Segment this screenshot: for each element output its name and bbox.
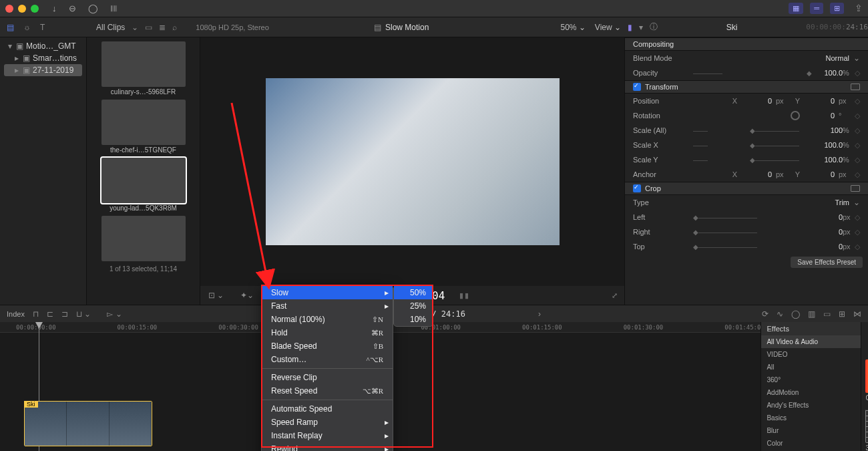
minimize-window-button[interactable]: [18, 5, 26, 13]
retime-reverse[interactable]: Reverse Clip: [262, 371, 393, 384]
select-tool-icon[interactable]: ▻ ⌄: [107, 309, 122, 319]
background-tasks-icon[interactable]: ◯: [88, 3, 98, 14]
close-window-button[interactable]: [5, 5, 13, 13]
photos-icon[interactable]: ☼: [23, 23, 31, 32]
effect-item[interactable]: 3D Axis: [865, 410, 868, 451]
viewer-canvas[interactable]: [200, 37, 624, 286]
crop-type-row[interactable]: Type Trim⌄: [625, 195, 868, 210]
retime-rewind[interactable]: Rewind▸: [262, 442, 393, 451]
effects-category[interactable]: Blur: [761, 424, 861, 437]
keyword-icon[interactable]: ⊖: [69, 3, 76, 14]
crop-tool-icon[interactable]: ⊡ ⌄: [208, 291, 224, 300]
transform-header[interactable]: Transform: [625, 80, 868, 94]
fullscreen-window-button[interactable]: [31, 5, 39, 13]
effects-category[interactable]: All Video & Audio: [761, 335, 861, 348]
scale-all-row[interactable]: Scale (All) ――◆―――――― 100%◇: [625, 123, 868, 138]
effects-category[interactable]: Andy's Effects: [761, 399, 861, 412]
import-icon[interactable]: ↓: [52, 3, 57, 14]
format-label: 1080p HD 25p, Stereo: [196, 23, 268, 31]
crop-top-row[interactable]: Top ◆―――――――― 0px◇: [625, 239, 868, 254]
compositing-header[interactable]: Compositing: [625, 37, 868, 51]
timeline-search-icon[interactable]: ⋈: [853, 309, 861, 319]
media-icon[interactable]: ⦀⦀: [110, 3, 117, 14]
browser-clip-thumb[interactable]: culinary-s…-5968LFR: [101, 41, 186, 96]
titles-icon[interactable]: T: [40, 23, 45, 32]
retime-auto[interactable]: Automatic Speed: [262, 402, 393, 416]
slow-25[interactable]: 25%: [394, 299, 433, 313]
arrange-button-1[interactable]: ▦: [789, 3, 803, 14]
scale-y-row[interactable]: Scale Y ――◆―――――― 100.0%◇: [625, 152, 868, 167]
arrange-button-3[interactable]: ⊞: [830, 3, 844, 14]
audio-inspector-icon[interactable]: ▾: [639, 23, 643, 32]
video-preview: [266, 78, 560, 245]
crop-left-row[interactable]: Left ◆―――――――― 0px◇: [625, 210, 868, 224]
effects-category[interactable]: All: [761, 361, 861, 373]
retime-normal[interactable]: Normal (100%)⇧N: [262, 313, 393, 326]
crop-onscreen-icon[interactable]: [851, 185, 860, 192]
transform-checkbox[interactable]: [633, 83, 641, 91]
connect-clip-icon[interactable]: ⊓: [33, 309, 39, 319]
crop-checkbox[interactable]: [633, 184, 641, 192]
solo-icon[interactable]: ◯: [791, 309, 800, 319]
fullscreen-viewer-icon[interactable]: ⤢: [612, 291, 618, 300]
arrange-button-2[interactable]: ═: [810, 3, 823, 14]
clips-filter-dropdown[interactable]: All Clips: [96, 23, 125, 32]
browser-clip-thumb[interactable]: the-chef-i…5TGNEQF: [101, 100, 186, 154]
overwrite-clip-icon[interactable]: ⊔ ⌄: [76, 309, 91, 319]
library-item[interactable]: ▸▣Smar…tions: [4, 52, 82, 64]
library-icon[interactable]: ▤: [7, 23, 14, 32]
anchor-row[interactable]: Anchor X0px Y0px◇: [625, 167, 868, 182]
retime-reset[interactable]: Reset Speed⌥⌘R: [262, 384, 393, 398]
search-icon[interactable]: ⌕: [172, 23, 177, 32]
viewer-view-dropdown[interactable]: View ⌄: [595, 23, 621, 32]
append-clip-icon[interactable]: ⊐: [61, 309, 68, 319]
retime-hold[interactable]: Hold⌘R: [262, 326, 393, 339]
timeline-area: 00:00:00:0000:00:15:0000:00:30:0000:00:4…: [0, 322, 868, 451]
inspector-clip-name: Ski: [664, 23, 799, 32]
retime-custom[interactable]: Custom…^⌥R: [262, 353, 393, 366]
share-icon[interactable]: ⇪: [855, 3, 863, 14]
browser-clip-thumb[interactable]: [101, 216, 186, 263]
lane-icon[interactable]: ▭: [823, 309, 831, 319]
timeline-clip-ski[interactable]: Ski: [24, 401, 152, 446]
effect-item[interactable]: Color Board: [865, 359, 868, 402]
effects-category[interactable]: VIDEO: [761, 348, 861, 361]
audio-skim-icon[interactable]: ∿: [777, 309, 783, 319]
video-inspector-icon[interactable]: ▮: [628, 23, 632, 32]
retime-fast[interactable]: Fast▸: [262, 299, 393, 313]
filmstrip-icon[interactable]: ▭: [145, 23, 152, 32]
retime-blade[interactable]: Blade Speed⇧B: [262, 339, 393, 353]
library-item[interactable]: ▾▣Motio…_GMT: [4, 40, 82, 52]
retime-instant[interactable]: Instant Replay▸: [262, 429, 393, 442]
audio-meter: ▮▮: [459, 291, 470, 300]
slow-50[interactable]: 50%: [394, 286, 433, 299]
effects-category[interactable]: Basics: [761, 412, 861, 424]
position-row[interactable]: Position X0px Y0px◇: [625, 94, 868, 108]
timeline-options-icon[interactable]: ⊞: [839, 309, 845, 319]
effects-category[interactable]: 360°: [761, 373, 861, 386]
rotation-row[interactable]: Rotation 0°◇: [625, 108, 868, 123]
effects-category[interactable]: Color: [761, 437, 861, 450]
info-inspector-icon[interactable]: ⓘ: [650, 21, 658, 33]
list-icon[interactable]: ≣: [159, 23, 166, 32]
snap-icon[interactable]: ▥: [808, 309, 815, 319]
browser-clip-thumb[interactable]: young-lad…5QK3R8M: [101, 158, 186, 212]
slow-10[interactable]: 10%: [394, 313, 433, 326]
retime-slow[interactable]: Slow▸: [262, 286, 393, 299]
skimming-icon[interactable]: ⟳: [762, 309, 769, 319]
scale-x-row[interactable]: Scale X ――◆―――――― 100.0%◇: [625, 138, 868, 152]
library-item[interactable]: ▸▣27-11-2019: [4, 64, 82, 76]
timeline-nav-right-icon[interactable]: ›: [538, 309, 541, 319]
enhance-icon[interactable]: ✦⌄: [240, 291, 254, 300]
viewer-zoom-dropdown[interactable]: 50% ⌄: [560, 23, 585, 32]
save-effects-preset-button[interactable]: Save Effects Preset: [791, 257, 863, 268]
transform-onscreen-icon[interactable]: [851, 84, 860, 90]
opacity-row[interactable]: Opacity ――――◆ 100.0%◇: [625, 65, 868, 80]
crop-header[interactable]: Crop: [625, 182, 868, 195]
index-button[interactable]: Index: [7, 310, 25, 318]
crop-right-row[interactable]: Right ◆―――――――― 0px◇: [625, 224, 868, 239]
insert-clip-icon[interactable]: ⊏: [47, 309, 53, 319]
effects-category[interactable]: AddMotion: [761, 386, 861, 399]
retime-ramp[interactable]: Speed Ramp▸: [262, 416, 393, 429]
blend-mode-row[interactable]: Blend Mode Normal⌄: [625, 51, 868, 65]
